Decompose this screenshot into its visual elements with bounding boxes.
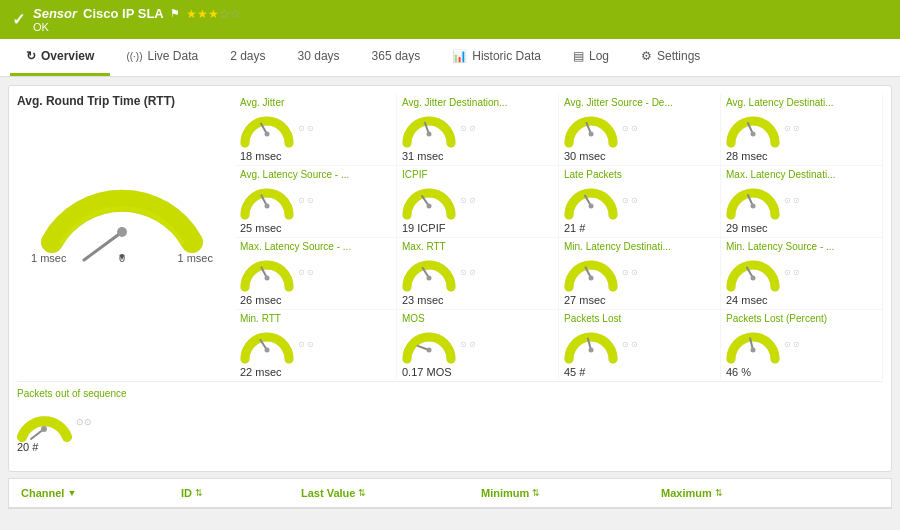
gauge-cell: ICPIF ⊙ ⊙19 ICPIF bbox=[397, 166, 559, 238]
svg-point-18 bbox=[751, 204, 756, 209]
gauge-cell: MOS ⊙ ⊙0.17 MOS bbox=[397, 310, 559, 379]
small-gauge-svg bbox=[402, 252, 456, 294]
small-gauge-svg bbox=[240, 324, 294, 366]
gauge-label[interactable]: Max. Latency Source - ... bbox=[240, 241, 391, 252]
sensor-label: Sensor bbox=[33, 6, 77, 21]
gauge-settings-icon[interactable]: ⊙ ⊙ bbox=[298, 341, 314, 349]
gauge-label[interactable]: Avg. Latency Destinati... bbox=[726, 97, 877, 108]
tab-live-data[interactable]: ((·)) Live Data bbox=[110, 39, 214, 76]
gauge-label[interactable]: Avg. Jitter bbox=[240, 97, 391, 108]
col-id[interactable]: ID ⇅ bbox=[181, 487, 301, 499]
gauge-cell: Avg. Jitter Destination... ⊙ ⊙31 msec bbox=[397, 94, 559, 166]
gauge-settings-icon[interactable]: ⊙ ⊙ bbox=[622, 125, 638, 133]
packets-out-cell: Packets out of sequence ⊙⊙ 20 # bbox=[17, 388, 127, 453]
gauge-settings-icon[interactable]: ⊙ ⊙ bbox=[784, 197, 800, 205]
gauge-cell: Avg. Jitter Source - De... ⊙ ⊙30 msec bbox=[559, 94, 721, 166]
small-gauge-svg bbox=[564, 252, 618, 294]
small-gauge-svg bbox=[402, 324, 456, 366]
packets-out-value: 20 # bbox=[17, 441, 127, 453]
gauge-label[interactable]: ICPIF bbox=[402, 169, 553, 180]
gauge-settings-icon[interactable]: ⊙ ⊙ bbox=[298, 197, 314, 205]
gauge-settings-icon[interactable]: ⊙ ⊙ bbox=[298, 269, 314, 277]
gauge-label[interactable]: Min. RTT bbox=[240, 313, 391, 324]
small-gauge-svg bbox=[726, 324, 780, 366]
gauge-value: 28 msec bbox=[726, 150, 877, 162]
gauge-settings-icon[interactable]: ⊙ ⊙ bbox=[298, 125, 314, 133]
gauge-label[interactable]: Max. Latency Destinati... bbox=[726, 169, 877, 180]
svg-point-30 bbox=[427, 348, 432, 353]
tab-bar: ↻ Overview ((·)) Live Data 2 days 30 day… bbox=[0, 39, 900, 77]
svg-point-22 bbox=[427, 276, 432, 281]
tab-overview[interactable]: ↻ Overview bbox=[10, 39, 110, 76]
gauge-label[interactable]: Avg. Jitter Source - De... bbox=[564, 97, 715, 108]
tab-30days-label: 30 days bbox=[298, 49, 340, 63]
gauge-value: 46 % bbox=[726, 366, 877, 378]
gauge-settings-icon[interactable]: ⊙ ⊙ bbox=[460, 125, 476, 133]
bottom-table: Channel ▼ ID ⇅ Last Value ⇅ Minimum ⇅ Ma… bbox=[8, 478, 892, 509]
gauge-settings-icon[interactable]: ⊙ ⊙ bbox=[784, 341, 800, 349]
gear-icon: ⚙ bbox=[641, 49, 652, 63]
col-minimum[interactable]: Minimum ⇅ bbox=[481, 487, 661, 499]
gauge-settings-icon[interactable]: ⊙ ⊙ bbox=[460, 341, 476, 349]
small-gauge-svg bbox=[402, 108, 456, 150]
overview-panel: Avg. Round Trip Time (RTT) ▼ bbox=[8, 85, 892, 472]
small-gauge-svg bbox=[564, 180, 618, 222]
gauge-settings-icon[interactable]: ⊙ ⊙ bbox=[784, 269, 800, 277]
packets-settings-icon[interactable]: ⊙⊙ bbox=[76, 417, 92, 427]
gauge-settings-icon[interactable]: ⊙ ⊙ bbox=[460, 269, 476, 277]
gauge-label[interactable]: Max. RTT bbox=[402, 241, 553, 252]
small-gauge-svg bbox=[240, 180, 294, 222]
gauge-label[interactable]: Avg. Jitter Destination... bbox=[402, 97, 553, 108]
tab-log[interactable]: ▤ Log bbox=[557, 39, 625, 76]
small-gauge-svg bbox=[726, 108, 780, 150]
tab-365days[interactable]: 365 days bbox=[356, 39, 437, 76]
tab-2days[interactable]: 2 days bbox=[214, 39, 281, 76]
gauge-cell: Avg. Jitter ⊙ ⊙18 msec bbox=[235, 94, 397, 166]
table-header-row: Channel ▼ ID ⇅ Last Value ⇅ Minimum ⇅ Ma… bbox=[9, 479, 891, 508]
big-gauge-title: Avg. Round Trip Time (RTT) bbox=[17, 94, 227, 108]
svg-line-0 bbox=[84, 232, 122, 260]
gauge-cell: Packets Lost (Percent) ⊙ ⊙46 % bbox=[721, 310, 883, 379]
historic-chart-icon: 📊 bbox=[452, 49, 467, 63]
small-gauge-svg bbox=[564, 108, 618, 150]
overview-icon: ↻ bbox=[26, 49, 36, 63]
gauge-value: 22 msec bbox=[240, 366, 391, 378]
gauge-label[interactable]: Avg. Latency Source - ... bbox=[240, 169, 391, 180]
gauge-settings-icon[interactable]: ⊙ ⊙ bbox=[622, 341, 638, 349]
header-title: Cisco IP SLA bbox=[83, 6, 164, 21]
gauge-cell: Min. Latency Source - ... ⊙ ⊙24 msec bbox=[721, 238, 883, 310]
col-maximum[interactable]: Maximum ⇅ bbox=[661, 487, 879, 499]
packets-out-label[interactable]: Packets out of sequence bbox=[17, 388, 127, 399]
status-badge: OK bbox=[33, 21, 241, 33]
tab-historic-data[interactable]: 📊 Historic Data bbox=[436, 39, 557, 76]
tab-settings[interactable]: ⚙ Settings bbox=[625, 39, 716, 76]
gauge-settings-icon[interactable]: ⊙ ⊙ bbox=[622, 269, 638, 277]
gauge-value: 18 msec bbox=[240, 150, 391, 162]
gauge-settings-icon[interactable]: ⊙ ⊙ bbox=[460, 197, 476, 205]
gauge-value: 25 msec bbox=[240, 222, 391, 234]
col-last-value[interactable]: Last Value ⇅ bbox=[301, 487, 481, 499]
big-gauge-container: ▼ bbox=[32, 112, 212, 272]
small-gauges-grid: // We'll render these via JS below Avg. … bbox=[235, 94, 883, 379]
live-icon: ((·)) bbox=[126, 51, 142, 62]
gauge-label[interactable]: MOS bbox=[402, 313, 553, 324]
gauge-settings-icon[interactable]: ⊙ ⊙ bbox=[622, 197, 638, 205]
tab-log-label: Log bbox=[589, 49, 609, 63]
small-gauge-svg bbox=[240, 252, 294, 294]
svg-point-14 bbox=[427, 204, 432, 209]
col-channel[interactable]: Channel ▼ bbox=[21, 487, 181, 499]
gauge-settings-icon[interactable]: ⊙ ⊙ bbox=[784, 125, 800, 133]
svg-point-26 bbox=[751, 276, 756, 281]
gauge-value: 19 ICPIF bbox=[402, 222, 553, 234]
svg-point-32 bbox=[589, 348, 594, 353]
svg-point-10 bbox=[751, 132, 756, 137]
gauge-label[interactable]: Packets Lost bbox=[564, 313, 715, 324]
tab-30days[interactable]: 30 days bbox=[282, 39, 356, 76]
gauge-label[interactable]: Packets Lost (Percent) bbox=[726, 313, 877, 324]
flag-icon[interactable]: ⚑ bbox=[170, 7, 180, 20]
svg-point-12 bbox=[265, 204, 270, 209]
gauge-label[interactable]: Late Packets bbox=[564, 169, 715, 180]
gauge-label[interactable]: Min. Latency Destinati... bbox=[564, 241, 715, 252]
gauge-label[interactable]: Min. Latency Source - ... bbox=[726, 241, 877, 252]
star-rating[interactable]: ★★★☆☆ bbox=[186, 7, 241, 21]
